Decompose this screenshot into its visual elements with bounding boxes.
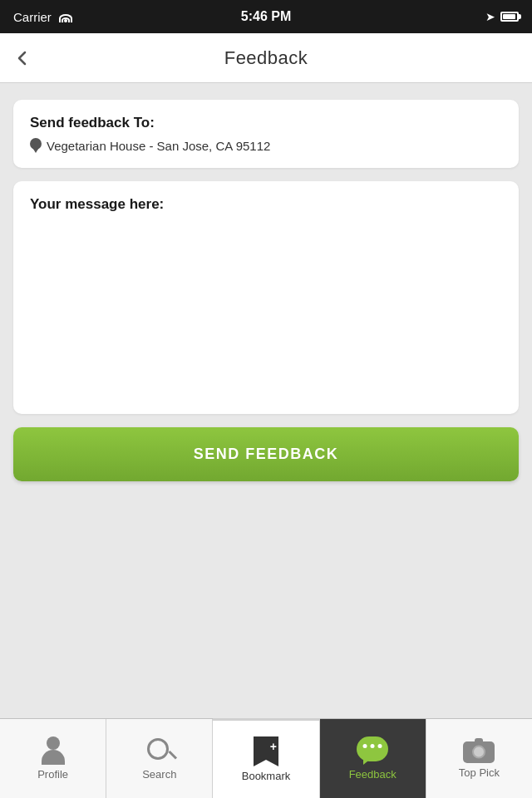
status-bar: Carrier 5:46 PM ➤	[0, 0, 532, 33]
tab-bar: Profile Search + Bookmark Feedback Top P…	[0, 718, 532, 798]
wifi-icon	[58, 11, 73, 22]
message-input[interactable]	[30, 223, 502, 389]
chat-dot-2	[371, 744, 375, 748]
tab-toppick-label: Top Pick	[459, 766, 500, 779]
camera-lens-icon	[472, 746, 485, 759]
chat-dot-3	[378, 744, 382, 748]
page-title: Feedback	[224, 47, 308, 69]
carrier-label: Carrier	[13, 10, 52, 24]
send-feedback-button[interactable]: SEND FEEDBACK	[13, 427, 519, 481]
location-pin-icon	[30, 138, 42, 153]
status-time: 5:46 PM	[241, 9, 291, 24]
tab-profile-label: Profile	[37, 768, 68, 781]
message-card: Your message here:	[13, 181, 519, 414]
search-icon	[145, 736, 174, 765]
camera-icon	[463, 738, 495, 763]
location-icon: ➤	[485, 10, 495, 23]
chat-dot-1	[363, 744, 367, 748]
bookmark-icon: +	[254, 736, 278, 766]
message-label: Your message here:	[30, 196, 502, 213]
battery-icon	[500, 12, 519, 22]
back-button[interactable]	[13, 49, 32, 67]
chat-icon	[357, 736, 388, 765]
tab-toppick[interactable]: Top Pick	[426, 719, 532, 798]
recipient-label: Send feedback To:	[30, 115, 502, 131]
main-content: Send feedback To: Vegetarian House - San…	[0, 83, 532, 718]
recipient-card: Send feedback To: Vegetarian House - San…	[13, 100, 519, 168]
tab-feedback-label: Feedback	[349, 768, 397, 781]
profile-icon	[39, 736, 67, 765]
tab-profile[interactable]: Profile	[0, 719, 106, 798]
recipient-location: Vegetarian House - San Jose, CA 95112	[30, 138, 502, 153]
chat-dots	[363, 744, 382, 748]
bookmark-plus-icon: +	[270, 741, 277, 752]
nav-bar: Feedback	[0, 33, 532, 83]
tab-bookmark[interactable]: + Bookmark	[213, 718, 319, 798]
tab-search[interactable]: Search	[106, 719, 213, 798]
tab-feedback[interactable]: Feedback	[320, 719, 426, 798]
tab-bookmark-label: Bookmark	[242, 770, 291, 782]
back-arrow-icon	[13, 49, 32, 67]
location-text: Vegetarian House - San Jose, CA 95112	[47, 139, 270, 153]
tab-search-label: Search	[142, 768, 176, 781]
